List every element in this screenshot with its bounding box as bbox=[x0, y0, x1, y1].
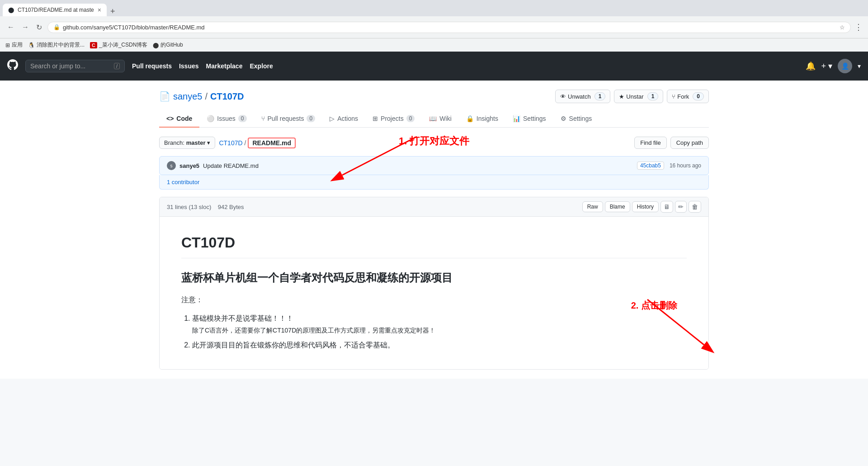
file-content-header: 31 lines (13 sloc) 942 Bytes Raw Blame H… bbox=[160, 197, 708, 217]
contributor-link[interactable]: 1 contributor bbox=[159, 175, 709, 190]
search-box[interactable]: Search or jump to... / bbox=[25, 60, 125, 72]
delete-file-icon[interactable]: 🗑 bbox=[689, 201, 701, 213]
new-tab-button[interactable]: + bbox=[107, 7, 119, 16]
file-navigation: Branch: master ▾ CT107D / README.md 1. 打… bbox=[159, 137, 709, 149]
extensions-icon[interactable]: ⋮ bbox=[854, 22, 863, 32]
tab-code[interactable]: <> Code bbox=[159, 110, 199, 128]
file-main-title: CT107D bbox=[181, 231, 687, 258]
unwatch-button[interactable]: 👁 Unwatch 1 bbox=[555, 90, 610, 103]
search-slash-icon: / bbox=[114, 63, 120, 69]
address-bar[interactable]: 🔒 github.com/sanye5/CT107D/blob/master/R… bbox=[47, 22, 851, 33]
file-list: 基础模块并不是说零基础！！！ 除了C语言外，还需要你了解CT107D的原理图及工… bbox=[192, 313, 687, 351]
tab-issues[interactable]: ⚪ Issues 0 bbox=[199, 110, 254, 128]
file-nav-left: Branch: master ▾ CT107D / README.md bbox=[159, 137, 296, 149]
branch-dropdown-icon: ▾ bbox=[207, 139, 210, 146]
fork-button[interactable]: ⑂ Fork 0 bbox=[667, 90, 709, 103]
unstar-button[interactable]: ★ Unstar 1 bbox=[614, 90, 663, 103]
breadcrumb-repo[interactable]: CT107D bbox=[219, 139, 242, 147]
apps-grid-icon: ⊞ bbox=[5, 42, 10, 48]
branch-label: Branch: bbox=[164, 139, 184, 146]
file-size: 942 Bytes bbox=[218, 204, 244, 210]
user-avatar[interactable]: 👤 bbox=[838, 59, 852, 73]
repo-owner-link[interactable]: sanye5 bbox=[173, 91, 203, 102]
repo-name-link[interactable]: CT107D bbox=[210, 91, 244, 102]
commit-info: s sanye5 Update README.md 45cbab5 16 hou… bbox=[159, 156, 709, 175]
actions-icon: ▷ bbox=[330, 115, 335, 122]
watch-count: 1 bbox=[594, 92, 606, 100]
bookmark-csdn[interactable]: C _菜小涛_CSDN博客 bbox=[90, 41, 147, 49]
tab-insights[interactable]: 📊 Settings bbox=[505, 110, 553, 128]
avatar-dropdown-icon[interactable]: ▾ bbox=[858, 62, 861, 70]
file-subtitle: 蓝桥杯单片机组一个自学者对代码反思和凝练的开源项目 bbox=[181, 269, 687, 286]
copy-path-button[interactable]: Copy path bbox=[670, 137, 709, 149]
tab-projects[interactable]: ⊞ Projects 0 bbox=[365, 110, 422, 128]
commit-info-right: 45cbab5 16 hours ago bbox=[637, 162, 701, 170]
tab-pull-requests[interactable]: ⑂ Pull requests 0 bbox=[254, 110, 323, 128]
nav-issues[interactable]: Issues bbox=[179, 62, 199, 70]
issues-icon: ⚪ bbox=[207, 115, 214, 122]
fork-icon: ⑂ bbox=[672, 93, 675, 100]
branch-name: master bbox=[186, 139, 206, 146]
add-new-button[interactable]: + ▾ bbox=[821, 61, 832, 71]
tab-close-button[interactable]: × bbox=[98, 6, 101, 14]
pr-count: 0 bbox=[307, 115, 315, 122]
file-body: CT107D 蓝桥杯单片机组一个自学者对代码反思和凝练的开源项目 注意： 基础模… bbox=[160, 217, 708, 369]
bookmark-bg-remover[interactable]: 🐧 消除图片中的背景... bbox=[28, 41, 85, 49]
file-nav-right: Find file Copy path bbox=[634, 137, 709, 149]
github-icon: ⬤ bbox=[153, 42, 159, 48]
refresh-button[interactable]: ↻ bbox=[34, 21, 44, 33]
file-notice-label: 注意： bbox=[181, 294, 687, 306]
github-nav: Pull requests Issues Marketplace Explore bbox=[132, 62, 273, 70]
breadcrumb-current-file: README.md bbox=[248, 138, 296, 148]
tab-wiki[interactable]: 📖 Wiki bbox=[422, 110, 458, 128]
projects-count: 0 bbox=[406, 115, 415, 122]
file-content-box: 31 lines (13 sloc) 942 Bytes Raw Blame H… bbox=[159, 197, 709, 370]
address-text: github.com/sanye5/CT107D/blob/master/REA… bbox=[63, 24, 837, 31]
csdn-icon: C bbox=[90, 42, 97, 48]
commit-sha-link[interactable]: 45cbab5 bbox=[637, 162, 664, 170]
repo-title: 📄 sanye5 / CT107D bbox=[159, 91, 244, 102]
find-file-button[interactable]: Find file bbox=[634, 137, 667, 149]
commit-message: Update README.md bbox=[203, 162, 259, 169]
branch-selector[interactable]: Branch: master ▾ bbox=[159, 137, 215, 149]
blame-button[interactable]: Blame bbox=[605, 201, 630, 212]
browser-tab-active[interactable]: ⬤ CT107D/README.md at maste × bbox=[3, 4, 107, 16]
tab-security[interactable]: 🔒 Insights bbox=[459, 110, 505, 128]
bookmark-star-icon[interactable]: ☆ bbox=[840, 24, 845, 31]
commit-author-name[interactable]: sanye5 bbox=[179, 162, 199, 169]
header-right: 🔔 + ▾ 👤 ▾ bbox=[806, 59, 861, 73]
star-count: 1 bbox=[647, 92, 659, 100]
raw-button[interactable]: Raw bbox=[582, 201, 603, 212]
tab-title: CT107D/README.md at maste bbox=[18, 7, 94, 13]
file-actions: Raw Blame History 🖥 ✏ 🗑 bbox=[582, 201, 701, 213]
notifications-bell-icon[interactable]: 🔔 bbox=[806, 61, 816, 71]
github-logo[interactable] bbox=[7, 59, 18, 73]
github-header: Search or jump to... / Pull requests Iss… bbox=[0, 52, 868, 81]
edit-pencil-icon[interactable]: ✏ bbox=[675, 201, 687, 213]
bookmarks-bar: ⊞ 应用 🐧 消除图片中的背景... C _菜小涛_CSDN博客 ⬤ 的GitH… bbox=[0, 38, 868, 52]
commit-time: 16 hours ago bbox=[670, 162, 701, 169]
tab-favicon: ⬤ bbox=[8, 7, 14, 13]
list-item-2: 此开源项目目的旨在锻炼你的思维和代码风格，不适合零基础。 bbox=[192, 339, 687, 351]
fork-count: 0 bbox=[693, 92, 704, 100]
tab-settings[interactable]: ⚙ Settings bbox=[553, 110, 599, 128]
wiki-icon: 📖 bbox=[429, 115, 437, 122]
file-lines: 31 lines (13 sloc) bbox=[167, 204, 211, 210]
history-button[interactable]: History bbox=[632, 201, 659, 212]
breadcrumb-separator: / bbox=[245, 139, 246, 147]
repo-separator: / bbox=[205, 91, 208, 102]
repo-header: 📄 sanye5 / CT107D 👁 Unwatch 1 ★ Unstar 1 bbox=[159, 90, 709, 103]
back-button[interactable]: ← bbox=[5, 21, 16, 33]
bookmark-github[interactable]: ⬤ 的GitHub bbox=[153, 41, 183, 49]
nav-explore[interactable]: Explore bbox=[250, 62, 273, 70]
desktop-view-icon[interactable]: 🖥 bbox=[660, 201, 673, 213]
nav-pull-requests[interactable]: Pull requests bbox=[132, 62, 172, 70]
tab-actions[interactable]: ▷ Actions bbox=[322, 110, 365, 128]
repo-icon: 📄 bbox=[159, 91, 170, 102]
bookmark-apps[interactable]: ⊞ 应用 bbox=[5, 41, 23, 49]
projects-icon: ⊞ bbox=[373, 115, 378, 122]
nav-marketplace[interactable]: Marketplace bbox=[206, 62, 243, 70]
code-icon: <> bbox=[166, 115, 174, 122]
forward-button[interactable]: → bbox=[20, 21, 31, 33]
file-info: 31 lines (13 sloc) 942 Bytes bbox=[167, 204, 244, 210]
